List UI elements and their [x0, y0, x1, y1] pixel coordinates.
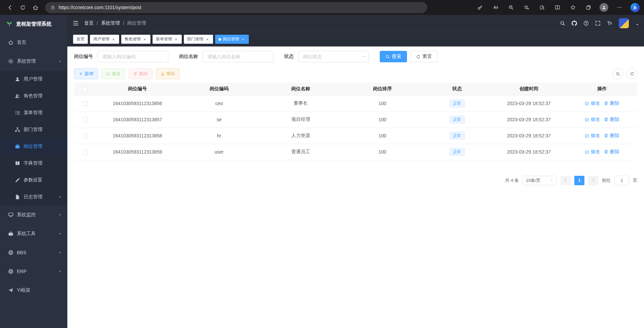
browser-refresh-button[interactable] — [16, 2, 29, 13]
post-id-input[interactable] — [98, 51, 168, 62]
row-checkbox[interactable] — [83, 101, 88, 106]
browser-back-button[interactable] — [3, 2, 16, 13]
sidebar-item-yi-framework[interactable]: Yi框架 — [0, 281, 67, 300]
row-delete-link[interactable]: 删除 — [604, 149, 619, 155]
page-size-value: 10条/页 — [526, 177, 541, 184]
select-all-checkbox[interactable] — [83, 87, 88, 92]
tab-home[interactable]: 首页 — [73, 35, 88, 44]
browser-menu-button[interactable] — [614, 2, 624, 12]
font-size-icon[interactable] — [607, 21, 612, 26]
sidebar-toggle-icon[interactable] — [73, 20, 79, 26]
search-button[interactable]: 搜索 — [380, 51, 407, 62]
gear-icon — [8, 59, 13, 64]
cell-post-name: 董事长 — [260, 95, 342, 111]
github-icon[interactable] — [572, 21, 577, 26]
app-logo[interactable]: 意框架管理系统 — [0, 15, 67, 33]
close-icon[interactable] — [241, 37, 245, 42]
prev-page-button[interactable] — [561, 176, 571, 185]
trash-icon — [604, 150, 608, 154]
copilot-button[interactable]: b — [630, 2, 640, 12]
caret-down-icon[interactable] — [635, 23, 639, 27]
page-size-select[interactable]: 10条/页 — [522, 176, 557, 185]
globe-icon — [8, 269, 13, 274]
select-all-cell — [74, 83, 97, 95]
search-icon[interactable] — [560, 21, 565, 26]
add-button[interactable]: 新增 — [74, 68, 98, 79]
row-checkbox[interactable] — [83, 118, 88, 122]
toggle-search-button[interactable] — [612, 68, 623, 79]
sidebar-item-bbs[interactable]: BBS — [0, 243, 67, 262]
tab-role-mgmt[interactable]: 角色管理 — [121, 35, 150, 44]
zoom-button[interactable] — [506, 2, 516, 12]
sidebar-item-system-tools[interactable]: 系统工具 — [0, 224, 67, 243]
password-key-button[interactable] — [475, 2, 485, 12]
extensions-button[interactable] — [537, 2, 547, 12]
user-avatar[interactable] — [619, 18, 629, 28]
add-favorite-button[interactable] — [521, 2, 532, 12]
status-select-input[interactable] — [298, 51, 369, 62]
close-icon[interactable] — [142, 37, 147, 42]
close-icon[interactable] — [205, 37, 210, 42]
tab-dept-mgmt[interactable]: 部门管理 — [184, 35, 213, 44]
row-delete-link[interactable]: 删除 — [604, 100, 619, 106]
sidebar-item-log-mgmt[interactable]: 日志管理 — [0, 189, 67, 205]
browser-home-button[interactable] — [29, 2, 42, 13]
sidebar-item-role-mgmt[interactable]: 角色管理 — [0, 88, 67, 104]
collections-button[interactable] — [583, 2, 594, 12]
sidebar-item-post-mgmt[interactable]: 岗位管理 — [0, 138, 67, 155]
address-bar[interactable]: https://ccnetcore.com:1101/system/post — [45, 2, 427, 13]
page-1-button[interactable]: 1 — [574, 176, 584, 185]
row-checkbox[interactable] — [83, 150, 88, 155]
sidebar-item-dept-mgmt[interactable]: 部门管理 — [0, 121, 67, 138]
close-icon[interactable] — [174, 37, 178, 42]
edit-icon — [106, 72, 110, 76]
page-unit-label: 页 — [633, 177, 637, 184]
sidebar-item-system-mgmt[interactable]: 系统管理 — [0, 52, 67, 71]
help-icon[interactable] — [583, 21, 589, 26]
tab-post-mgmt[interactable]: 岗位管理 — [215, 35, 249, 44]
fullscreen-icon[interactable] — [595, 21, 601, 26]
row-delete-link[interactable]: 删除 — [604, 133, 619, 139]
sidebar-item-user-mgmt[interactable]: 用户管理 — [0, 71, 67, 88]
edit-button[interactable]: 修改 — [101, 68, 125, 79]
profile-button[interactable] — [599, 2, 609, 12]
tab-user-mgmt[interactable]: 用户管理 — [90, 35, 119, 44]
close-icon[interactable] — [111, 37, 116, 42]
refresh-table-button[interactable] — [626, 68, 637, 79]
chevron-down-icon — [58, 195, 62, 199]
breadcrumb-item[interactable]: 首页 — [84, 20, 94, 26]
bing-icon: b — [631, 3, 640, 12]
split-screen-button[interactable] — [552, 2, 563, 12]
chevron-left-icon — [564, 178, 568, 183]
download-icon — [161, 72, 165, 76]
next-page-button[interactable] — [588, 176, 598, 185]
reset-button[interactable]: 重置 — [410, 51, 438, 62]
zoom-out-icon — [508, 5, 514, 10]
row-delete-link[interactable]: 删除 — [604, 117, 619, 123]
sidebar-item-menu-mgmt[interactable]: 菜单管理 — [0, 104, 67, 121]
read-aloud-button[interactable] — [490, 2, 501, 12]
sidebar-item-param-settings[interactable]: 参数设置 — [0, 172, 67, 189]
sidebar-item-home[interactable]: 首页 — [0, 33, 67, 52]
row-edit-link[interactable]: 修改 — [585, 117, 600, 123]
sidebar-item-dict-mgmt[interactable]: 字典管理 — [0, 155, 67, 172]
delete-button[interactable]: 删除 — [129, 68, 152, 79]
goto-page-input[interactable] — [614, 176, 629, 185]
row-edit-link[interactable]: 修改 — [585, 133, 600, 139]
favorites-button[interactable] — [568, 2, 578, 12]
topbar-actions — [560, 18, 639, 28]
refresh-icon — [416, 55, 420, 59]
row-edit-link[interactable]: 修改 — [585, 100, 600, 106]
row-edit-link[interactable]: 修改 — [585, 149, 600, 155]
sidebar-item-system-monitor[interactable]: 系统监控 — [0, 205, 67, 224]
breadcrumb-item[interactable]: 系统管理 — [101, 20, 120, 26]
sidebar-item-erp[interactable]: ERP — [0, 262, 67, 281]
export-button[interactable]: 导出 — [156, 68, 180, 79]
post-name-input[interactable] — [203, 51, 273, 62]
row-checkbox[interactable] — [83, 134, 88, 138]
edit-icon — [585, 101, 589, 105]
status-select[interactable] — [298, 51, 369, 62]
refresh-icon — [20, 5, 26, 10]
search-button-label: 搜索 — [392, 54, 401, 60]
tab-menu-mgmt[interactable]: 菜单管理 — [152, 35, 182, 44]
